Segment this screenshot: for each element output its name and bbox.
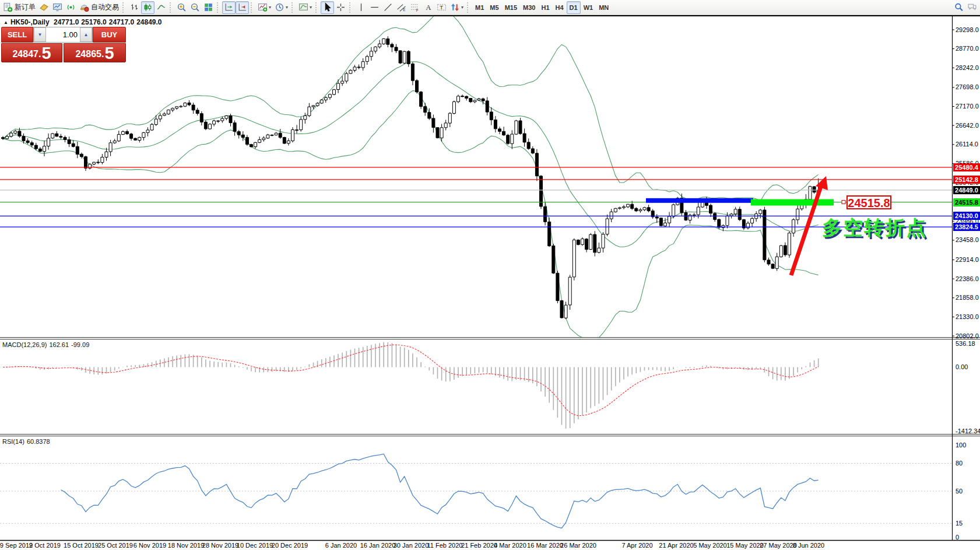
timeframe-button-m30[interactable]: M30 [520,1,538,14]
support-bar-blue[interactable] [646,198,753,203]
text-icon: A [423,2,433,12]
indicators-button[interactable]: ▾ [256,1,273,14]
toolbar-separator [251,2,254,13]
bollinger-middle-band [3,62,819,247]
auto-trading-button[interactable]: 自动交易 [78,1,121,14]
horizontal-line-button[interactable] [368,1,381,14]
level-price-label: 25480.4 [953,163,980,171]
timeframe-button-h1[interactable]: H1 [538,1,552,14]
level-price-label: 24130.0 [953,212,980,220]
macd-histogram [3,342,819,429]
toolbar-separator [467,2,470,13]
ohlc-open: 24771.0 [54,18,79,26]
chart-title: ▲HK50-,Daily 24771.025176.024717.024849.… [3,18,164,26]
dropdown-arrow-icon[interactable]: ▾ [286,5,288,10]
dropdown-arrow-icon[interactable]: ▾ [310,5,312,10]
price-tag-anchor[interactable] [842,201,845,204]
shapes-button[interactable]: ▾ [448,1,465,14]
trendline-icon [383,2,393,12]
current-price-label: 24849.0 [953,186,980,194]
toolbar-separator [217,2,220,13]
buy-price-main: 24865. [75,48,104,61]
candlestick-chart-icon [143,2,153,12]
volume-increase-button[interactable]: ▲ [80,27,92,42]
templates-button[interactable]: ▾ [297,1,314,14]
search-button[interactable] [952,1,965,14]
rsi-pane [0,454,952,528]
buy-button[interactable]: BUY [93,27,126,43]
channel-button[interactable]: E [395,1,408,14]
trend-arrow-head[interactable] [816,176,828,190]
svg-text:T: T [440,4,443,10]
timeframe-button-h4[interactable]: H4 [553,1,567,14]
price-tag-label[interactable]: 24515.8 [846,195,891,209]
bar-chart-button[interactable] [128,1,141,14]
new-order-button[interactable]: 新订单 [1,1,37,14]
trendline-button[interactable] [381,1,395,14]
volume-stepper: ▼ ▲ [33,27,93,43]
turning-point-annotation[interactable]: 多空转折点 [822,215,927,241]
zoom-out-button[interactable] [188,1,202,14]
timeframe-button-m5[interactable]: M5 [487,1,501,14]
periods-button[interactable]: ▾ [273,1,290,14]
macd-signal-line [3,345,819,415]
vertical-line-button[interactable] [354,1,368,14]
chart-shift-button[interactable] [236,1,249,14]
bear-candles [2,39,816,318]
rsi-line [61,454,818,528]
ohlc-low: 24717.0 [109,18,134,26]
dropdown-arrow-icon[interactable]: ▾ [461,5,463,10]
new-order-icon [3,2,13,12]
bar-chart-icon [129,2,139,12]
chart-canvas [0,0,980,550]
timeframe-button-m1[interactable]: M1 [472,1,487,14]
auto-scroll-button[interactable] [222,1,236,14]
rsi-current-value: 60.8378 [27,438,50,445]
timeframe-button-m15[interactable]: M15 [502,1,520,14]
market-watch-button[interactable] [51,1,64,14]
signals-icon [66,2,76,12]
chart-window-button[interactable] [37,1,51,14]
level-price-label: 24515.8 [953,198,980,206]
macd-pane [3,342,819,429]
toolbar-separator [315,2,318,13]
timeframe-button-d1[interactable]: D1 [567,1,581,14]
shapes-icon [450,2,460,12]
label-button[interactable]: T [435,1,448,14]
text-button[interactable]: A [421,1,435,14]
cursor-button[interactable] [321,1,334,14]
toolbar-groups: 新订单自动交易▾▾▾EFAT▾M1M5M15M30H1H4D1W1MN [1,0,612,15]
buy-price-button[interactable]: 24865.5 [64,43,126,62]
auto-trading-label: 自动交易 [91,2,119,12]
sell-price-button[interactable]: 24847.5 [1,43,62,62]
chat-button[interactable] [965,1,979,14]
crosshair-button[interactable] [334,1,347,14]
fibonacci-icon: F [410,2,420,12]
dropdown-arrow-icon[interactable]: ▾ [269,5,271,10]
trend-arrow-line[interactable] [791,185,821,275]
volume-decrease-button[interactable]: ▼ [34,27,46,42]
volume-input[interactable] [46,27,80,42]
symbol-dropdown-icon[interactable]: ▲ [3,20,8,25]
candlestick-chart-button[interactable] [141,1,154,14]
tile-windows-button[interactable] [202,1,215,14]
timeframe-button-w1[interactable]: W1 [581,1,596,14]
macd-indicator-label: MACD(12,26,9)162.61-99.09 [2,341,92,348]
toolbar-separator [170,2,173,13]
buy-price-big-digit: 5 [104,45,114,61]
support-bar-green[interactable] [751,199,834,206]
fibonacci-button[interactable]: F [408,1,421,14]
templates-icon [298,2,308,12]
sell-button[interactable]: SELL [1,27,33,43]
line-chart-icon [156,2,166,12]
macd-current-value: 162.61 [49,341,69,348]
timeframe-button-mn[interactable]: MN [596,1,612,14]
cursor-icon [322,2,332,12]
macd-current-signal: -99.09 [71,341,89,348]
rsi-indicator-label: RSI(14)60.8378 [2,438,52,445]
line-chart-button[interactable] [154,1,168,14]
label-icon: T [437,2,447,12]
toolbar-right [952,1,979,14]
zoom-in-button[interactable] [175,1,188,14]
signals-button[interactable] [64,1,78,14]
